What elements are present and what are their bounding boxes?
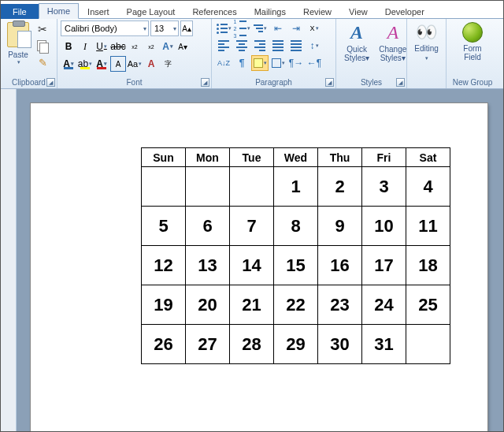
tab-references[interactable]: References [183,4,245,19]
char-border-button[interactable]: A [110,56,126,72]
calendar-cell[interactable]: 26 [142,325,186,364]
line-spacing-button[interactable]: ↕▾ [306,38,323,54]
calendar-cell[interactable]: 28 [230,325,274,364]
bullets-button[interactable]: ▾ [215,20,232,36]
document-page[interactable]: SunMonTueWedThuFriSat 123456789101112131… [31,103,487,431]
tab-mailings[interactable]: Mailings [246,4,295,19]
ltr-button[interactable]: ¶→ [287,55,305,71]
justify-button[interactable] [269,38,287,54]
tab-insert[interactable]: Insert [79,4,118,19]
text-effects2-button[interactable]: A▾ [61,56,76,72]
calendar-cell[interactable]: 2 [318,167,362,207]
tab-view[interactable]: View [340,4,376,19]
calendar-cell[interactable]: 8 [274,207,318,246]
font-dialog-launcher[interactable]: ◢ [201,78,209,87]
text-effects-button[interactable]: A▾ [160,39,176,54]
calendar-cell[interactable]: 10 [362,207,406,246]
calendar-cell[interactable]: 4 [406,167,450,207]
calendar-cell[interactable]: 24 [362,285,406,325]
align-left-button[interactable] [215,38,232,54]
calendar-cell[interactable]: 11 [406,207,450,246]
clear-formatting-button[interactable]: A [143,56,159,72]
calendar-cell[interactable] [142,167,186,207]
calendar-cell[interactable]: 19 [142,285,186,325]
calendar-cell[interactable]: 9 [318,207,362,246]
calendar-cell[interactable]: 6 [186,207,230,246]
shading-button[interactable]: ▾ [251,55,269,71]
rtl-button[interactable]: ←¶ [306,55,323,71]
calendar-cell[interactable]: 27 [186,325,230,364]
bold-button[interactable]: B [61,39,76,54]
underline-button[interactable]: U▾ [94,39,109,54]
group-label-font: Font [61,77,208,88]
align-right-button[interactable] [251,38,269,54]
calendar-cell[interactable]: 18 [406,246,450,285]
numbering-button[interactable]: 123▾ [233,20,250,36]
calendar-cell[interactable] [406,325,450,364]
calendar-cell[interactable]: 3 [362,167,406,207]
font-name-combo[interactable]: Calibri (Body) ▾ [61,20,149,36]
calendar-cell[interactable]: 29 [274,325,318,364]
tab-page-layout[interactable]: Page Layout [118,4,184,19]
font-size-combo[interactable]: 13 ▾ [150,20,179,36]
calendar-cell[interactable]: 16 [318,246,362,285]
form-field-button[interactable]: FormField [458,20,487,63]
superscript-button[interactable]: x2 [143,39,159,54]
calendar-header: Sat [406,148,450,167]
strikethrough-button[interactable]: abc [110,39,126,54]
calendar-cell[interactable]: 14 [230,246,274,285]
styles-dialog-launcher[interactable]: ◢ [396,78,405,87]
clipboard-dialog-launcher[interactable]: ◢ [46,78,55,87]
italic-button[interactable]: I [77,39,93,54]
shrink-font-button[interactable]: A▾ [176,39,189,54]
quick-styles-button[interactable]: A QuickStyles▾ [339,20,374,64]
multilevel-button[interactable]: ▾ [251,20,269,36]
show-marks-button[interactable]: ¶ [233,55,250,71]
cut-button[interactable]: ✂ [35,22,50,36]
change-styles-button[interactable]: A ChangeStyles▾ [374,20,411,64]
editing-button[interactable]: 👀 Editing▾ [410,20,443,64]
calendar-cell[interactable]: 15 [274,246,318,285]
format-painter-button[interactable]: ✎ [35,55,50,69]
tab-home[interactable]: Home [39,3,79,19]
tab-review[interactable]: Review [295,4,340,19]
calendar-cell[interactable]: 1 [274,167,318,207]
font-color-button[interactable]: A▾ [94,56,109,72]
calendar-cell[interactable] [230,167,274,207]
calendar-cell[interactable]: 20 [186,285,230,325]
calendar-cell[interactable]: 5 [142,207,186,246]
group-label-newgroup: New Group [450,77,495,88]
copy-button[interactable] [35,39,50,53]
change-case-button[interactable]: Aa▾ [127,56,143,72]
calendar-header: Sun [142,148,186,167]
distributed-button[interactable] [287,38,305,54]
calendar-cell[interactable]: 23 [318,285,362,325]
enclose-button[interactable]: 字 [160,56,176,72]
calendar-cell[interactable] [186,167,230,207]
calendar-cell[interactable]: 7 [230,207,274,246]
borders-button[interactable]: ▾ [269,55,287,71]
calendar-table[interactable]: SunMonTueWedThuFriSat 123456789101112131… [141,147,450,364]
paragraph-dialog-launcher[interactable]: ◢ [325,78,334,87]
highlight-button[interactable]: ab▾ [77,56,93,72]
sort-button[interactable]: A↓Z [215,55,232,71]
calendar-cell[interactable]: 21 [230,285,274,325]
tab-file[interactable]: File [1,4,39,19]
vertical-ruler[interactable] [1,89,17,431]
align-center-button[interactable] [233,38,250,54]
increase-indent-button[interactable]: ⇥ [287,20,305,36]
calendar-cell[interactable]: 25 [406,285,450,325]
subscript-button[interactable]: x2 [127,39,143,54]
calendar-cell[interactable]: 30 [318,325,362,364]
calendar-header: Thu [318,148,362,167]
asian-layout-button[interactable]: X▾ [306,20,323,36]
calendar-cell[interactable]: 31 [362,325,406,364]
paste-button[interactable]: Paste ▾ [4,20,32,67]
calendar-cell[interactable]: 12 [142,246,186,285]
grow-font-button[interactable]: A▴ [180,20,193,36]
decrease-indent-button[interactable]: ⇤ [269,20,287,36]
calendar-cell[interactable]: 13 [186,246,230,285]
calendar-cell[interactable]: 22 [274,285,318,325]
tab-developer[interactable]: Developer [376,4,433,19]
calendar-cell[interactable]: 17 [362,246,406,285]
